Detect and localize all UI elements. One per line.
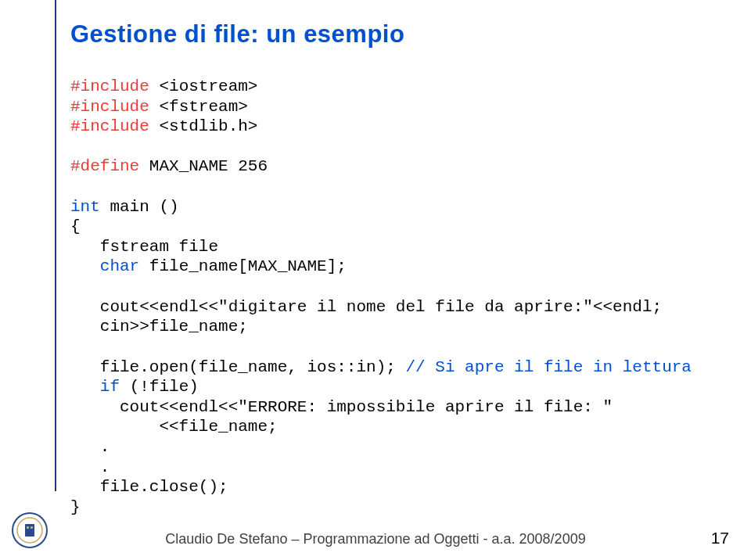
code-define-b: MAX_NAME 256 (139, 157, 268, 175)
slide-title: Gestione di file: un esempio (70, 20, 712, 48)
code-int: int (70, 198, 100, 216)
code-cin: cin>>file_name; (70, 318, 248, 336)
code-close: file.close(); (70, 478, 228, 496)
svg-rect-3 (27, 526, 29, 529)
code-main: main () (100, 198, 179, 216)
code-dot2: . (70, 458, 110, 476)
code-include-3b: <stdlib.h> (149, 117, 258, 135)
code-cout1: cout<<endl<<"digitare il nome del file d… (70, 298, 662, 316)
slide-content: Gestione di file: un esempio #include <i… (70, 20, 712, 517)
code-open-comment: // Si apre il file in lettura (405, 358, 691, 376)
code-fstream: fstream file (70, 238, 218, 256)
code-block: #include <iostream> #include <fstream> #… (70, 77, 712, 517)
code-if-a (70, 378, 100, 396)
left-vertical-rule (55, 0, 56, 491)
code-open-a: file.open(file_name, ios::in); (70, 358, 405, 376)
page-number: 17 (711, 529, 729, 547)
code-brace-open: { (70, 217, 81, 235)
code-char-a (70, 257, 100, 275)
code-brace-close: } (70, 498, 81, 516)
code-include-3a: #include (70, 117, 149, 135)
footer-text: Claudio De Stefano – Programmazione ad O… (0, 531, 751, 547)
code-char-c: file_name[MAX_NAME]; (139, 257, 347, 275)
code-cout2: cout<<endl<<"ERRORE: impossibile aprire … (70, 398, 613, 416)
code-if-b: if (100, 378, 120, 396)
code-cout3: <<file_name; (70, 418, 278, 436)
code-include-1b: <iostream> (149, 77, 258, 95)
code-define-a: #define (70, 157, 139, 175)
code-char-b: char (100, 257, 139, 275)
code-dot1: . (70, 438, 110, 456)
code-include-1a: #include (70, 77, 149, 95)
svg-rect-4 (31, 526, 33, 529)
code-include-2b: <fstream> (149, 98, 248, 116)
code-include-2a: #include (70, 98, 149, 116)
code-if-c: (!file) (120, 378, 199, 396)
